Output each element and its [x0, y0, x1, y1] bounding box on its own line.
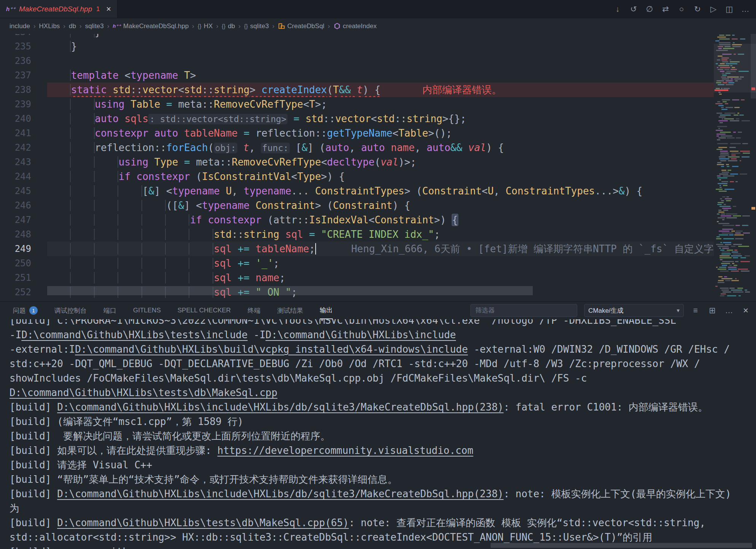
output-link[interactable]: D:\command\Github\HXLibs\include\HXLibs/… [57, 401, 503, 413]
panel-toolbar: CMake/生成 ▾ ≡⊞… × [470, 304, 751, 317]
code-line-240[interactable]: 240 auto sqls: std::vector<std::string> … [0, 111, 714, 126]
minimap-slider[interactable] [714, 44, 756, 92]
panel-actions: ≡⊞… [691, 306, 734, 315]
output-text: [build] 如果可以，请在此处提供重现步骤: [10, 445, 218, 456]
breadcrumb-item-db[interactable]: {}db [222, 22, 235, 30]
panel-tab-terminal[interactable]: 终端 [248, 302, 260, 319]
code-line-239[interactable]: 239 using Table = meta::RemoveCvRefType<… [0, 97, 714, 111]
output-link[interactable]: D:\command\Github\HXLibs\include [265, 329, 456, 341]
output-link[interactable]: D:\command\Github\HXLibs\include\HXLibs/… [57, 488, 503, 500]
code-editor[interactable]: 234 }235 }236237 template <typename T>23… [0, 34, 756, 301]
editor-vertical-scrollbar[interactable] [751, 34, 756, 99]
line-number: 240 [0, 111, 47, 126]
code-line-237[interactable]: 237 template <typename T> [0, 68, 714, 83]
output-text: -I [10, 329, 21, 341]
run-debug-icon[interactable]: ▷ [709, 5, 718, 14]
sync-icon[interactable]: ↻ [693, 5, 702, 14]
output-link[interactable]: D:\command\Github\HXLibs\build\vcpkg_ins… [75, 344, 468, 355]
close-panel-icon[interactable]: × [741, 305, 751, 316]
minimap[interactable] [714, 34, 756, 301]
tab-title: MakeCreateDbSql.hpp [19, 5, 92, 13]
breadcrumb: include›HXLibs›db›sqlite3›h⁺⁺MakeCreateD… [0, 18, 756, 34]
output-text: [build] with [10, 546, 129, 549]
panel-tab-debug-console[interactable]: 调试控制台 [54, 302, 87, 319]
breadcrumb-label: createIndex [343, 22, 377, 30]
output-text: -external:W0 /DWIN32 /D_WINDOWS /GR /EHs… [468, 344, 730, 355]
code-line-249[interactable]: 249 sql += tableName;Heng_Xin_666, 6天前 •… [0, 242, 714, 256]
breadcrumb-label: db [69, 22, 76, 30]
panel-tab-gitlens[interactable]: GITLENS [133, 302, 161, 319]
breadcrumb-label: sqlite3 [250, 22, 269, 30]
line-number: 239 [0, 97, 47, 111]
word-wrap-icon[interactable]: ≡ [691, 306, 700, 315]
output-filter-input[interactable] [470, 304, 577, 317]
method-symbol-icon [334, 22, 341, 30]
output-link[interactable]: D:\command\Github\HXLibs\tests\db\MakeSq… [10, 387, 277, 398]
open-output-in-editor-icon[interactable]: ⊞ [707, 306, 717, 315]
code-line-246[interactable]: 246 ([&] <typename Constraint> (Constrai… [0, 198, 714, 213]
code-line-242[interactable]: 242 reflection::forEach(obj: t, func: [&… [0, 140, 714, 155]
panel-tab-output[interactable]: 输出 [320, 302, 333, 319]
output-text: : note: 查看对正在编译的函数 模板 实例化“std::vector<st… [349, 517, 705, 528]
editor-tab[interactable]: h⁺⁺ MakeCreateDbSql.hpp 1 × [0, 0, 118, 18]
code-line-241[interactable]: 241 constexpr auto tableName = reflectio… [0, 126, 714, 140]
output-channel-select[interactable]: CMake/生成 ▾ [584, 304, 684, 317]
code-line-247[interactable]: 247 if constexpr (attr::IsIndexVal<Const… [0, 213, 714, 227]
close-icon[interactable]: × [106, 4, 111, 14]
code-line-245[interactable]: 245 [&] <typename U, typename... Constra… [0, 184, 714, 198]
record-icon[interactable]: ○ [677, 5, 686, 14]
code-line-234[interactable]: 234 } [0, 34, 714, 39]
code-line-235[interactable]: 235 } [0, 39, 714, 54]
breadcrumb-item-include[interactable]: include [10, 22, 30, 30]
output-channel-label: CMake/生成 [588, 306, 624, 315]
line-number: 243 [0, 155, 47, 169]
panel-tab-ports[interactable]: 端口 [103, 302, 116, 319]
breadcrumb-separator: › [272, 22, 275, 30]
breadcrumb-item-sqlite3[interactable]: sqlite3 [85, 22, 104, 30]
code-line-244[interactable]: 244 if constexpr (IsConstraintVal<Type>)… [0, 169, 714, 184]
code-line-243[interactable]: 243 using Type = meta::RemoveCvRefType<d… [0, 155, 714, 169]
breadcrumb-item-createindex[interactable]: createIndex [334, 22, 377, 30]
output-row: [build] 要解决此问题，请尝试简化或更改上面所列位置附近的程序。 [10, 429, 756, 443]
minimap-error-mark [715, 89, 728, 91]
code-line-250[interactable]: 250 sql += '_'; [0, 256, 714, 271]
breadcrumb-item-db[interactable]: db [69, 22, 76, 30]
panel-tab-bar: 问题1调试控制台端口GITLENSSPELL CHECKER终端测试结果输出 [13, 302, 333, 319]
breadcrumb-item-hxlibs[interactable]: HXLibs [39, 22, 60, 30]
compare-changes-icon[interactable]: ⇄ [661, 5, 670, 14]
line-number: 244 [0, 169, 47, 184]
output-link[interactable]: D:\command\Github\HXLibs\tests\include [21, 329, 248, 341]
line-number: 234 [0, 34, 47, 39]
output-text: -I [248, 329, 265, 341]
breadcrumb-item-makecreatedbsql-hpp[interactable]: h⁺⁺MakeCreateDbSql.hpp [113, 22, 189, 30]
breadcrumb-item-sqlite3[interactable]: {}sqlite3 [244, 22, 269, 30]
panel-horizontal-scrollbar[interactable] [491, 543, 752, 548]
code-line-236[interactable]: 236 [0, 54, 714, 68]
line-number: 251 [0, 271, 47, 285]
panel-tab-problems[interactable]: 问题1 [13, 302, 38, 319]
output-text: [build] C:\PROGRA~1\MICROS~3\2022\COMMON… [10, 319, 676, 326]
code-line-251[interactable]: 251 sql += name; [0, 271, 714, 285]
disable-hints-icon[interactable]: ∅ [645, 5, 654, 14]
download-icon[interactable]: ↓ [613, 5, 622, 14]
namespace-icon: {} [198, 23, 202, 29]
breadcrumb-item-createdbsql[interactable]: CreateDbSql [278, 22, 324, 30]
output-link[interactable]: https://developercommunity.visualstudio.… [218, 445, 473, 456]
panel-tab-spell-checker[interactable]: SPELL CHECKER [178, 302, 231, 319]
output-text: [build] [10, 488, 57, 500]
more-actions-icon[interactable]: … [741, 5, 750, 14]
output-link[interactable]: D:\command\Github\HXLibs\tests\db\MakeSq… [57, 517, 349, 528]
breadcrumb-item-hx[interactable]: {}HX [198, 22, 213, 30]
output-text: [build] [10, 401, 57, 413]
vscode-window: h⁺⁺ MakeCreateDbSql.hpp 1 × ↓↺∅⇄○↻▷◫… in… [0, 0, 756, 549]
panel-tab-test-results[interactable]: 测试结果 [277, 302, 303, 319]
editor-horizontal-scrollbar[interactable] [47, 286, 533, 295]
breadcrumb-separator: › [63, 22, 65, 30]
split-editor-icon[interactable]: ◫ [725, 5, 734, 14]
history-icon[interactable]: ↺ [629, 5, 638, 14]
text-cursor [315, 243, 316, 255]
code-line-248[interactable]: 248 std::string sql = "CREATE INDEX idx_… [0, 227, 714, 242]
more-actions-icon[interactable]: … [724, 306, 734, 315]
output-text: [build] 要解决此问题，请尝试简化或更改上面所列位置附近的程序。 [10, 430, 330, 442]
code-line-238[interactable]: 238 static std::vector<std::string> crea… [0, 83, 714, 97]
